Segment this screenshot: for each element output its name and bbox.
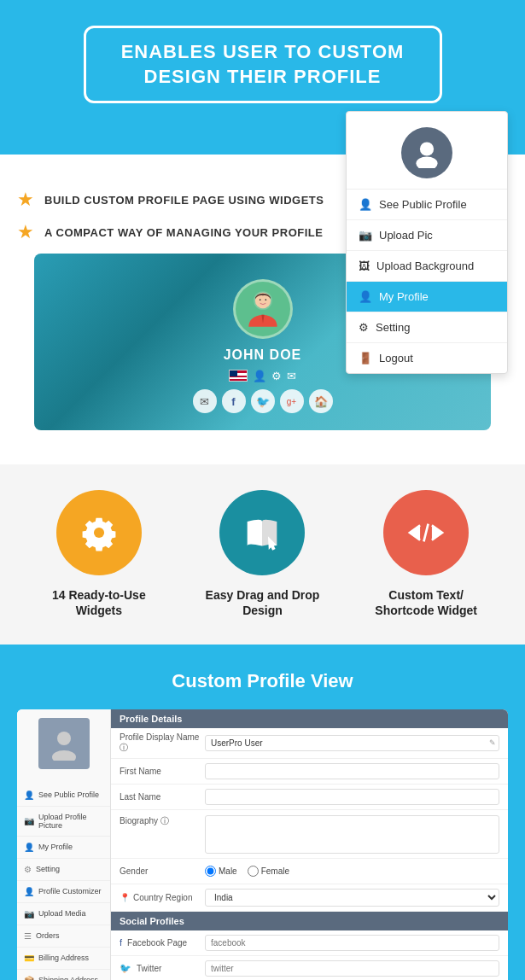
widgets-section: 14 Ready-to-Use Widgets Easy Drag and Dr… bbox=[0, 464, 525, 644]
dropdown-item-label: Setting bbox=[376, 321, 410, 334]
flag-us-icon bbox=[229, 370, 248, 382]
sidebar-item-profile-customizer[interactable]: 👤 Profile Customizer bbox=[17, 881, 110, 903]
settings-small-icon: ⚙ bbox=[271, 370, 282, 382]
avatar-circle bbox=[401, 127, 452, 178]
sidebar-nav-label: Upload Profile Picture bbox=[38, 813, 103, 830]
widget-drag-icon-wrap bbox=[219, 490, 305, 575]
form-row-biography: Biography ⓘ bbox=[111, 810, 508, 859]
section-title: Custom Profile View bbox=[17, 670, 508, 692]
form-row-gender: Gender Male Female bbox=[111, 859, 508, 884]
gender-label: Gender bbox=[120, 866, 205, 876]
sidebar-item-shipping-address[interactable]: 📦 Shipping Address bbox=[17, 970, 110, 980]
email-small-icon: ✉ bbox=[287, 370, 296, 382]
sidebar-item-my-profile[interactable]: 👤 My Profile bbox=[17, 837, 110, 859]
profile-form-card: 👤 See Public Profile 📷 Upload Profile Pi… bbox=[17, 709, 508, 980]
sidebar-nav-label: Setting bbox=[36, 865, 60, 873]
sidebar-nav-label: Upload Media bbox=[38, 909, 86, 918]
sidebar-item-setting[interactable]: ⚙ Setting bbox=[17, 859, 110, 881]
dropdown-item-setting[interactable]: ⚙ Setting bbox=[347, 312, 507, 343]
dropdown-item-my-profile[interactable]: 👤 My Profile bbox=[347, 282, 507, 312]
svg-point-4 bbox=[259, 300, 260, 301]
country-label: 📍 Country Region bbox=[120, 893, 205, 902]
gear-icon: ⚙ bbox=[24, 865, 32, 874]
twitter-input[interactable] bbox=[205, 960, 499, 977]
widget-drag-drop: Easy Drag and Drop Design bbox=[194, 490, 330, 618]
gender-male-label: Male bbox=[205, 866, 237, 877]
form-row-twitter: 🐦 Twitter bbox=[111, 956, 508, 980]
gear-widget-icon bbox=[77, 510, 121, 555]
billing-icon: 💳 bbox=[24, 954, 34, 963]
sidebar-avatar-area bbox=[17, 709, 110, 785]
dropdown-item-upload-background[interactable]: 🖼 Upload Background bbox=[347, 251, 507, 282]
biography-textarea[interactable] bbox=[205, 815, 499, 854]
profile-icon: 👤 bbox=[24, 887, 34, 896]
svg-point-9 bbox=[57, 732, 71, 745]
gender-male-radio[interactable] bbox=[205, 866, 216, 877]
facebook-label: f Facebook Page bbox=[120, 937, 205, 948]
profile-icon: 👤 bbox=[359, 290, 372, 303]
logout-icon: 🚪 bbox=[359, 352, 372, 365]
display-name-input[interactable] bbox=[205, 735, 499, 751]
sidebar-user-avatar bbox=[38, 718, 90, 769]
user-icon: 👤 bbox=[24, 790, 34, 800]
form-sidebar: 👤 See Public Profile 📷 Upload Profile Pi… bbox=[17, 709, 111, 980]
user-avatar-icon bbox=[411, 137, 442, 168]
form-section-header-profile: Profile Details bbox=[111, 709, 508, 728]
widget-shortcode: Custom Text/ Shortcode Widget bbox=[358, 490, 494, 618]
form-row-first-name: First Name bbox=[111, 759, 508, 785]
widget-label-3: Custom Text/ Shortcode Widget bbox=[358, 587, 494, 618]
drag-widget-icon bbox=[240, 510, 284, 555]
sidebar-item-see-public-profile[interactable]: 👤 See Public Profile bbox=[17, 785, 110, 807]
sidebar-item-orders[interactable]: ☰ Orders bbox=[17, 925, 110, 948]
dropdown-item-label: Upload Pic bbox=[379, 229, 433, 242]
svg-point-3 bbox=[254, 293, 270, 308]
gender-female-label: Female bbox=[248, 866, 289, 877]
social-facebook-icon[interactable]: f bbox=[222, 389, 246, 413]
dropdown-item-upload-pic[interactable]: 📷 Upload Pic bbox=[347, 220, 507, 251]
country-select[interactable]: India bbox=[205, 889, 499, 907]
sidebar-nav-label: My Profile bbox=[38, 843, 73, 851]
social-googleplus-icon[interactable]: g+ bbox=[280, 389, 304, 413]
social-email-icon[interactable]: ✉ bbox=[193, 389, 217, 413]
gender-female-radio[interactable] bbox=[248, 866, 259, 877]
first-name-label: First Name bbox=[120, 767, 205, 776]
svg-point-1 bbox=[416, 157, 437, 169]
sidebar-item-billing-address[interactable]: 💳 Billing Address bbox=[17, 948, 110, 970]
sidebar-nav-label: Billing Address bbox=[38, 954, 89, 962]
sidebar-item-upload-media[interactable]: 📷 Upload Media bbox=[17, 903, 110, 925]
media-icon: 📷 bbox=[24, 909, 34, 919]
facebook-input[interactable] bbox=[205, 935, 499, 951]
svg-point-0 bbox=[420, 142, 434, 155]
camera-icon: 📷 bbox=[24, 816, 34, 825]
shipping-icon: 📦 bbox=[24, 976, 34, 980]
widget-gear-icon-wrap bbox=[56, 490, 142, 575]
first-name-input[interactable] bbox=[205, 763, 499, 779]
sidebar-item-upload-profile-picture[interactable]: 📷 Upload Profile Picture bbox=[17, 807, 110, 837]
twitter-label: 🐦 Twitter bbox=[120, 963, 205, 974]
location-icon: 📍 bbox=[120, 893, 130, 902]
dropdown-item-label: Logout bbox=[379, 352, 413, 365]
social-twitter-icon[interactable]: 🐦 bbox=[251, 389, 275, 413]
biography-label: Biography ⓘ bbox=[120, 815, 205, 827]
form-row-last-name: Last Name bbox=[111, 785, 508, 810]
twitter-icon: 🐦 bbox=[120, 963, 131, 974]
dropdown-item-logout[interactable]: 🚪 Logout bbox=[347, 343, 507, 373]
display-name-field-wrap: ✎ bbox=[205, 735, 499, 751]
dropdown-item-see-public-profile[interactable]: 👤 See Public Profile bbox=[347, 190, 507, 220]
feature-text-1: BUILD CUSTOM PROFILE PAGE USING WIDGETS bbox=[44, 194, 324, 207]
camera-icon: 📷 bbox=[359, 229, 372, 242]
custom-profile-section: Custom Profile View 👤 See Public Profile… bbox=[0, 645, 525, 980]
sidebar-nav-label: Profile Customizer bbox=[38, 887, 102, 895]
hero-title: ENABLES USER TO CUSTOM DESIGN THEIR PROF… bbox=[112, 40, 414, 89]
form-row-facebook: f Facebook Page bbox=[111, 930, 508, 956]
widget-label-1: 14 Ready-to-Use Widgets bbox=[31, 587, 167, 618]
form-content: Profile Details Profile Display Name ⓘ ✎… bbox=[111, 709, 508, 980]
last-name-input[interactable] bbox=[205, 789, 499, 805]
sidebar-avatar-icon bbox=[47, 726, 81, 761]
dropdown-item-label: My Profile bbox=[379, 290, 429, 303]
feature-text-2: A COMPACT WAY OF MANAGING YOUR PROFILE bbox=[44, 226, 323, 239]
user-icon: 👤 bbox=[359, 198, 372, 211]
social-home-icon[interactable]: 🏠 bbox=[309, 389, 333, 413]
profile-avatar bbox=[233, 279, 293, 339]
sidebar-nav-label: See Public Profile bbox=[38, 790, 99, 799]
